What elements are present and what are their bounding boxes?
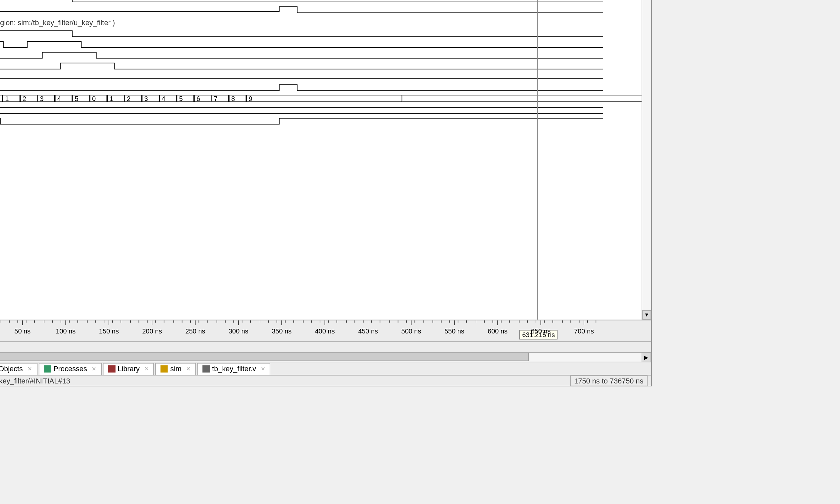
ruler-tick: 550 ns: [445, 327, 464, 335]
tab-label: Objects: [0, 365, 23, 373]
status-right: 1750 ns to 736750 ns: [570, 375, 647, 386]
bus-cell: 1: [3, 95, 20, 102]
bus-cell: 5: [72, 95, 90, 102]
tab-close-icon[interactable]: ×: [142, 365, 149, 373]
ruler-tick: 350 ns: [272, 327, 291, 335]
tab-close-icon[interactable]: ×: [25, 365, 32, 373]
bus-cell: 0: [90, 95, 107, 102]
bus-cell: 4: [55, 95, 73, 102]
tab-label: sim: [170, 365, 181, 373]
tab-label: Library: [118, 365, 140, 373]
ruler-tick: 600 ns: [487, 327, 507, 335]
ruler-tick: 300 ns: [229, 327, 248, 335]
tab-processes[interactable]: Processes×: [38, 363, 101, 375]
bus-cell: 5: [177, 95, 194, 102]
hscroll3-right-button[interactable]: ▶: [642, 353, 651, 362]
bus-cell: 0: [0, 95, 3, 102]
tab-icon: [161, 365, 168, 373]
tab-close-icon[interactable]: ×: [258, 365, 265, 373]
status-mid: sim:/tb_key_filter/#INITIAL#13: [0, 377, 70, 385]
tab-close-icon[interactable]: ×: [184, 365, 191, 373]
tab-label: Processes: [53, 365, 87, 373]
tab-icon: [108, 365, 115, 373]
tab-close-icon[interactable]: ×: [89, 365, 96, 373]
bus-cell: 2: [125, 95, 142, 102]
ruler-tick: 50 ns: [15, 327, 31, 335]
hscroll3-thumb[interactable]: [0, 353, 529, 361]
bus-cell: 3: [37, 95, 55, 102]
tab-label: tb_key_filter.v: [212, 365, 256, 373]
hscroll3-track[interactable]: [0, 353, 642, 362]
ruler-tick: 650 ns: [531, 327, 551, 335]
tab-icon: [44, 365, 51, 373]
tab-library[interactable]: Library×: [103, 363, 154, 375]
vscroll-track[interactable]: [642, 0, 651, 310]
bus-cell: 6: [194, 95, 212, 102]
cursor-1-line[interactable]: [537, 0, 538, 320]
region-label-1: ( Region: sim:/tb_key_filter/u_key_filte…: [0, 19, 115, 27]
tab-icon: [202, 365, 210, 373]
bus-cell: 2: [20, 95, 38, 102]
ruler-tick: 700 ns: [574, 327, 594, 335]
tab-objects[interactable]: Objects×: [0, 363, 37, 375]
bus-cell: 7: [211, 95, 229, 102]
ruler-tick: 450 ns: [358, 327, 378, 335]
bus-cell: 1: [107, 95, 125, 102]
ruler-tick: 100 ns: [56, 327, 75, 335]
ruler-tick: 250 ns: [185, 327, 205, 335]
bus-cell: 3: [142, 95, 159, 102]
ruler-tick: 150 ns: [99, 327, 119, 335]
ruler-tick: 400 ns: [315, 327, 335, 335]
vscroll-down-button[interactable]: ▼: [642, 310, 651, 320]
ruler-tick: 500 ns: [401, 327, 421, 335]
bus-cell: 8: [229, 95, 247, 102]
tab-sim[interactable]: sim×: [155, 363, 196, 375]
tab-tbkeyfilterv[interactable]: tb_key_filter.v×: [197, 363, 271, 375]
bus-cell: 9: [246, 95, 402, 102]
ruler-tick: 200 ns: [142, 327, 162, 335]
bus-cell: 4: [159, 95, 177, 102]
